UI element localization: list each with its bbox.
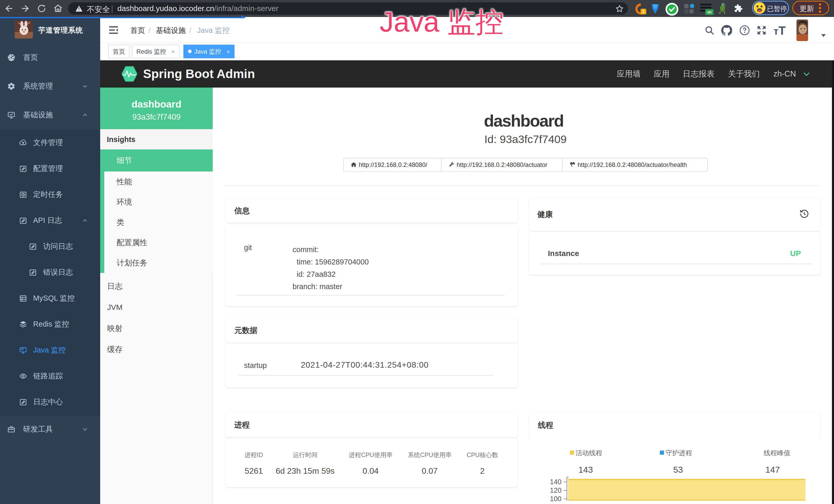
svg-text:1: 1 bbox=[642, 9, 645, 14]
svg-text:on: on bbox=[707, 10, 711, 14]
